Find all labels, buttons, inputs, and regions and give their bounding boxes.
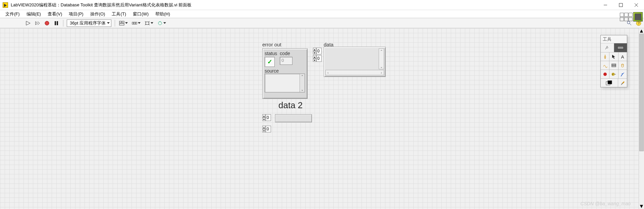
front-panel-canvas[interactable]: error out status ✓ code 0 source ⌃ ⌄ dat… <box>0 28 644 209</box>
svg-rect-5 <box>122 21 124 23</box>
abort-button[interactable] <box>44 20 50 27</box>
code-value[interactable]: 0 <box>280 57 292 65</box>
up-arrow-icon[interactable]: ▲ <box>313 48 316 51</box>
vi-icon[interactable] <box>633 12 643 22</box>
data-index-controls: ▲▼ 0 ▲▼ 0 <box>313 48 322 62</box>
data-row-value[interactable]: 0 <box>316 48 322 54</box>
data-row-index[interactable]: ▲▼ 0 <box>313 48 322 54</box>
source-label: source <box>265 68 305 74</box>
svg-point-11 <box>158 22 162 25</box>
data2-row-value[interactable]: 0 <box>266 114 271 121</box>
tool-color[interactable] <box>601 79 618 87</box>
error-out-cluster[interactable]: status ✓ code 0 source ⌃ ⌄ <box>262 48 308 99</box>
code-label: code <box>280 51 292 56</box>
window-title: LabVIEW2020编程基础：Database Toolkit 查询数据库然后… <box>11 2 598 8</box>
menu-project[interactable]: 项目(P) <box>65 10 87 18</box>
data-col-index[interactable]: ▲▼ 0 <box>313 55 322 62</box>
svg-rect-8 <box>134 22 135 24</box>
tool-auto[interactable] <box>601 43 614 52</box>
check-icon: ✓ <box>267 58 272 66</box>
tool-probe[interactable]: P <box>609 70 618 78</box>
scroll-down-icon[interactable]: ▼ <box>639 204 644 209</box>
scroll-right-icon[interactable]: › <box>379 70 384 75</box>
menu-edit[interactable]: 编辑(E) <box>23 10 44 18</box>
tool-breakpoint[interactable] <box>601 70 609 78</box>
svg-rect-9 <box>136 22 137 24</box>
up-arrow-icon[interactable]: ▲ <box>262 114 266 118</box>
tool-operate[interactable] <box>601 52 609 61</box>
scroll-down-icon[interactable]: ⌄ <box>379 64 384 69</box>
tool-selected[interactable] <box>614 43 627 52</box>
data-vscroll[interactable]: ⌃ ⌄ <box>379 48 384 69</box>
up-arrow-icon[interactable]: ▲ <box>262 126 266 129</box>
chevron-down-icon <box>107 22 110 24</box>
svg-point-20 <box>603 73 607 76</box>
tool-position[interactable] <box>609 52 618 61</box>
svg-rect-6 <box>119 24 124 25</box>
down-arrow-icon[interactable]: ▼ <box>262 129 266 132</box>
tool-wire[interactable] <box>601 61 609 70</box>
svg-rect-24 <box>608 81 612 84</box>
canvas-vscroll[interactable]: ▲ ▼ <box>639 28 644 209</box>
tool-color-copy[interactable] <box>619 70 627 78</box>
down-arrow-icon[interactable]: ▼ <box>262 118 266 121</box>
tool-text[interactable]: A <box>619 52 627 61</box>
font-select[interactable]: 36pt 应用程序字体 <box>67 19 111 27</box>
svg-rect-19 <box>612 66 616 67</box>
scroll-down-icon[interactable]: ⌄ <box>300 87 305 92</box>
menu-tools[interactable]: 工具(T) <box>108 10 129 18</box>
down-arrow-icon[interactable]: ▼ <box>313 51 316 54</box>
maximize-button[interactable] <box>613 0 629 10</box>
scroll-up-icon[interactable]: ⌃ <box>300 74 305 79</box>
data-array-indicator[interactable]: ⌃ ⌄ ‹ › <box>324 47 386 77</box>
menu-view[interactable]: 查看(V) <box>44 10 65 18</box>
tool-paint[interactable] <box>618 79 627 87</box>
status-indicator: ✓ <box>265 57 275 67</box>
data2-row-index[interactable]: ▲▼ 0 <box>262 114 271 121</box>
align-button[interactable] <box>118 20 128 26</box>
scroll-left-icon[interactable]: ‹ <box>326 70 330 75</box>
data-col-value[interactable]: 0 <box>316 55 322 62</box>
tools-palette[interactable]: 工具 A P <box>600 35 627 87</box>
reorder-button[interactable] <box>157 20 167 26</box>
run-continuous-button[interactable] <box>34 20 41 27</box>
error-out-label: error out <box>262 42 281 47</box>
up-arrow-icon[interactable]: ▲ <box>313 55 316 58</box>
run-button[interactable] <box>25 20 32 27</box>
data2-label: data 2 <box>278 100 303 111</box>
scroll-thumb[interactable] <box>639 34 644 151</box>
tool-scroll[interactable] <box>619 61 627 70</box>
resize-button[interactable] <box>144 20 154 26</box>
watermark: CSDN @ba_wang_mao <box>580 201 631 206</box>
tools-title: 工具 <box>601 35 627 43</box>
data2-col-index[interactable]: ▲▼ 0 <box>262 126 271 132</box>
svg-rect-3 <box>57 21 58 25</box>
scroll-up-icon[interactable]: ▲ <box>639 28 644 34</box>
font-label: 36pt 应用程序字体 <box>68 20 107 26</box>
data2-index-controls: ▲▼ 0 ▲▼ 0 <box>262 114 271 132</box>
svg-point-1 <box>45 21 49 25</box>
scroll-up-icon[interactable]: ⌃ <box>379 49 384 53</box>
menu-window[interactable]: 窗口(W) <box>129 10 152 18</box>
source-textbox[interactable]: ⌃ ⌄ <box>265 74 305 92</box>
source-scrollbar[interactable]: ⌃ ⌄ <box>300 74 305 92</box>
tool-object-shortcut[interactable] <box>609 61 618 70</box>
svg-text:A: A <box>621 54 624 59</box>
app-icon <box>3 2 8 8</box>
menu-file[interactable]: 文件(F) <box>2 10 23 18</box>
close-button[interactable] <box>629 0 644 10</box>
data-hscroll[interactable]: ‹ › <box>325 70 384 75</box>
minimize-button[interactable] <box>598 0 613 10</box>
pause-button[interactable] <box>53 20 60 27</box>
menu-operate[interactable]: 操作(O) <box>87 10 109 18</box>
svg-rect-2 <box>55 21 56 25</box>
data2-cell[interactable] <box>275 114 312 122</box>
menu-help[interactable]: 帮助(H) <box>152 10 173 18</box>
data2-col-value[interactable]: 0 <box>266 126 271 132</box>
svg-rect-4 <box>119 21 121 23</box>
pane-nav-icon[interactable] <box>620 13 633 21</box>
status-label: status <box>265 51 277 56</box>
down-arrow-icon[interactable]: ▼ <box>313 58 316 62</box>
svg-text:P: P <box>612 73 614 76</box>
distribute-button[interactable] <box>131 20 141 26</box>
